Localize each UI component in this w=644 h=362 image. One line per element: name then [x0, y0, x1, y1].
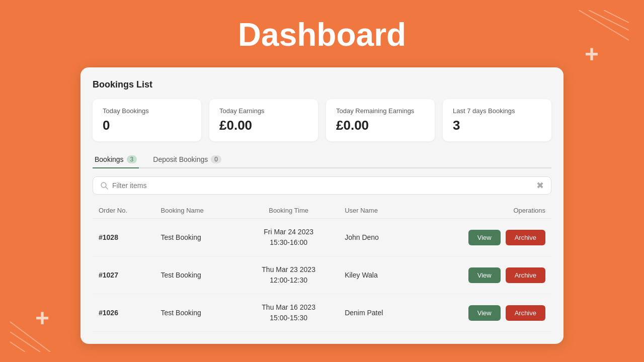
- search-clear-icon[interactable]: ✖: [536, 181, 544, 190]
- bookings-table: Order No. Booking Name Booking Time User…: [93, 203, 551, 332]
- col-header-booking-time: Booking Time: [238, 203, 339, 219]
- stat-label-remaining-earnings: Today Remaining Earnings: [336, 107, 425, 115]
- order-no-cell: #1026: [93, 294, 155, 332]
- booking-time-cell: Thu Mar 16 202315:00-15:30: [238, 294, 339, 332]
- deco-lines-bottom-left: [10, 317, 60, 352]
- operations-cell: View Archive: [416, 294, 551, 332]
- archive-button[interactable]: Archive: [506, 267, 545, 283]
- booking-name-cell: Test Booking: [155, 219, 239, 256]
- stat-label-today-earnings: Today Earnings: [219, 107, 308, 115]
- view-button[interactable]: View: [468, 305, 501, 321]
- svg-line-3: [10, 322, 50, 352]
- deco-plus-bottom-left: +: [35, 304, 49, 332]
- stat-value-today-earnings: £0.00: [219, 118, 308, 133]
- tab-bookings[interactable]: Bookings 3: [93, 151, 139, 168]
- stat-label-last7-bookings: Last 7 days Bookings: [453, 107, 541, 115]
- svg-line-7: [106, 187, 108, 189]
- col-header-order-no: Order No.: [93, 203, 155, 219]
- tabs-container: Bookings 3 Deposit Bookings 0: [93, 151, 551, 168]
- bookings-list-title: Bookings List: [93, 79, 551, 90]
- search-input[interactable]: [112, 182, 532, 190]
- stat-card-last7-bookings: Last 7 days Bookings 3: [443, 99, 551, 141]
- main-card: Bookings List Today Bookings 0 Today Ear…: [80, 67, 564, 344]
- booking-name-cell: Test Booking: [155, 294, 239, 332]
- archive-button[interactable]: Archive: [506, 305, 545, 321]
- tab-deposit-badge: 0: [211, 155, 221, 163]
- booking-time-cell: Fri Mar 24 202315:30-16:00: [238, 219, 339, 256]
- tab-deposit-bookings[interactable]: Deposit Bookings 0: [151, 151, 223, 168]
- view-button[interactable]: View: [468, 230, 501, 245]
- stat-card-remaining-earnings: Today Remaining Earnings £0.00: [326, 99, 435, 141]
- stat-value-last7-bookings: 3: [453, 118, 541, 133]
- stat-card-today-earnings: Today Earnings £0.00: [209, 99, 318, 141]
- tab-deposit-label: Deposit Bookings: [153, 155, 208, 163]
- table-row: #1027 Test Booking Thu Mar 23 202312:00-…: [93, 256, 551, 294]
- col-header-operations: Operations: [416, 203, 551, 219]
- tab-bookings-badge: 3: [127, 155, 137, 163]
- stat-label-today-bookings: Today Bookings: [103, 107, 191, 115]
- svg-line-5: [10, 342, 25, 352]
- order-no-cell: #1027: [93, 256, 155, 294]
- table-row: #1028 Test Booking Fri Mar 24 202315:30-…: [93, 219, 551, 256]
- archive-button[interactable]: Archive: [506, 230, 545, 245]
- order-no-cell: #1028: [93, 219, 155, 256]
- user-name-cell: Kiley Wala: [339, 256, 416, 294]
- stat-value-remaining-earnings: £0.00: [336, 118, 425, 133]
- user-name-cell: Denim Patel: [339, 294, 416, 332]
- col-header-booking-name: Booking Name: [155, 203, 239, 219]
- col-header-user-name: User Name: [339, 203, 416, 219]
- search-bar: ✖: [93, 176, 551, 195]
- stat-card-today-bookings: Today Bookings 0: [93, 99, 201, 141]
- stats-row: Today Bookings 0 Today Earnings £0.00 To…: [93, 99, 551, 141]
- operations-cell: View Archive: [416, 256, 551, 294]
- view-button[interactable]: View: [468, 267, 501, 283]
- booking-name-cell: Test Booking: [155, 256, 239, 294]
- operations-cell: View Archive: [416, 219, 551, 256]
- booking-time-cell: Thu Mar 23 202312:00-12:30: [238, 256, 339, 294]
- svg-line-4: [10, 332, 40, 352]
- table-row: #1026 Test Booking Thu Mar 16 202315:00-…: [93, 294, 551, 332]
- stat-value-today-bookings: 0: [103, 118, 191, 133]
- user-name-cell: John Deno: [339, 219, 416, 256]
- tab-bookings-label: Bookings: [95, 155, 124, 163]
- search-icon: [100, 182, 108, 190]
- page-title: Dashboard: [0, 0, 644, 67]
